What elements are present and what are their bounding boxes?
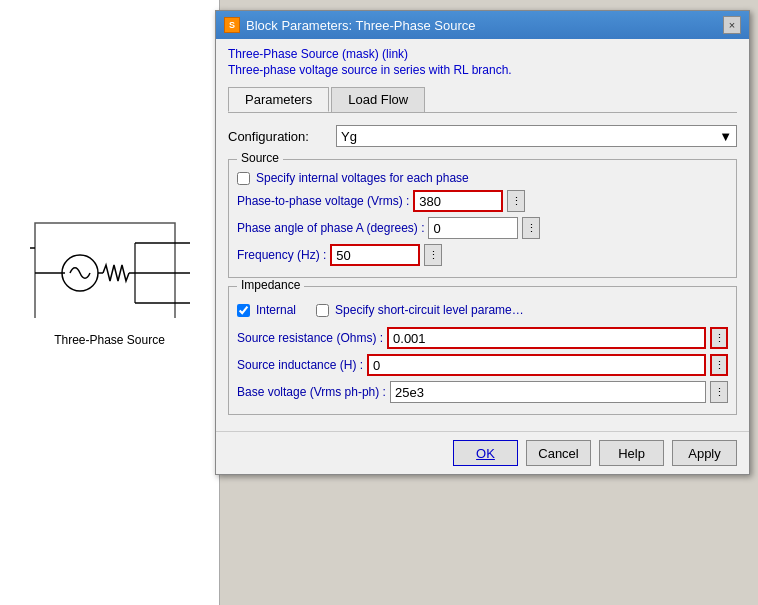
cancel-button[interactable]: Cancel bbox=[526, 440, 591, 466]
voltage-label: Phase-to-phase voltage (Vrms) : bbox=[237, 194, 409, 208]
config-label: Configuration: bbox=[228, 129, 328, 144]
frequency-row: Frequency (Hz) : ⋮ bbox=[237, 244, 728, 266]
voltage-dots-button[interactable]: ⋮ bbox=[507, 190, 525, 212]
block-parameters-dialog: S Block Parameters: Three-Phase Source ×… bbox=[215, 10, 750, 475]
tab-parameters[interactable]: Parameters bbox=[228, 87, 329, 112]
config-row: Configuration: Yg ▼ bbox=[228, 121, 737, 151]
frequency-dots-button[interactable]: ⋮ bbox=[424, 244, 442, 266]
dialog-titlebar: S Block Parameters: Three-Phase Source × bbox=[216, 11, 749, 39]
base-voltage-dots-button[interactable]: ⋮ bbox=[710, 381, 728, 403]
resistance-row: Source resistance (Ohms) : ⋮ bbox=[237, 327, 728, 349]
frequency-label: Frequency (Hz) : bbox=[237, 248, 326, 262]
apply-button[interactable]: Apply bbox=[672, 440, 737, 466]
specify-voltages-checkbox[interactable] bbox=[237, 172, 250, 185]
internal-label: Internal bbox=[256, 303, 296, 317]
close-button[interactable]: × bbox=[723, 16, 741, 34]
ok-button[interactable]: OK bbox=[453, 440, 518, 466]
voltage-input[interactable] bbox=[413, 190, 503, 212]
phase-angle-input[interactable] bbox=[428, 217, 518, 239]
simulink-canvas: A B C Three-Phase Source bbox=[0, 0, 220, 605]
config-value: Yg bbox=[341, 129, 357, 144]
dialog-icon: S bbox=[224, 17, 240, 33]
config-dropdown-arrow: ▼ bbox=[719, 129, 732, 144]
block-diagram-svg: A B C bbox=[30, 218, 190, 318]
voltage-row: Phase-to-phase voltage (Vrms) : ⋮ bbox=[237, 190, 728, 212]
dialog-title-area: S Block Parameters: Three-Phase Source bbox=[224, 17, 476, 33]
impedance-group-title: Impedance bbox=[237, 278, 304, 292]
short-circuit-check-container: Specify short-circuit level parame… bbox=[316, 303, 524, 317]
config-select[interactable]: Yg ▼ bbox=[336, 125, 737, 147]
inductance-row: Source inductance (H) : ⋮ bbox=[237, 354, 728, 376]
short-circuit-checkbox[interactable] bbox=[316, 304, 329, 317]
resistance-input[interactable] bbox=[387, 327, 706, 349]
internal-checkbox[interactable] bbox=[237, 304, 250, 317]
specify-voltages-row: Specify internal voltages for each phase bbox=[237, 171, 728, 185]
tabs-container: Parameters Load Flow bbox=[228, 87, 737, 113]
resistance-label: Source resistance (Ohms) : bbox=[237, 331, 383, 345]
dialog-body: Three-Phase Source (mask) (link) Three-p… bbox=[216, 39, 749, 431]
short-circuit-label: Specify short-circuit level parame… bbox=[335, 303, 524, 317]
resistance-dots-button[interactable]: ⋮ bbox=[710, 327, 728, 349]
subtitle2-text: Three-phase voltage source in series wit… bbox=[228, 63, 737, 77]
frequency-input[interactable] bbox=[330, 244, 420, 266]
source-group: Source Specify internal voltages for eac… bbox=[228, 159, 737, 278]
base-voltage-row: Base voltage (Vrms ph-ph) : ⋮ bbox=[237, 381, 728, 403]
phase-angle-label: Phase angle of phase A (degrees) : bbox=[237, 221, 424, 235]
impedance-checks-row: Internal Specify short-circuit level par… bbox=[237, 298, 728, 322]
phase-angle-dots-button[interactable]: ⋮ bbox=[522, 217, 540, 239]
base-voltage-input[interactable] bbox=[390, 381, 706, 403]
tab-loadflow[interactable]: Load Flow bbox=[331, 87, 425, 112]
internal-check-container: Internal bbox=[237, 303, 296, 317]
inductance-input[interactable] bbox=[367, 354, 706, 376]
source-group-title: Source bbox=[237, 151, 283, 165]
block-name-label: Three-Phase Source bbox=[54, 333, 165, 347]
dialog-footer: OK Cancel Help Apply bbox=[216, 431, 749, 474]
dialog-title-text: Block Parameters: Three-Phase Source bbox=[246, 18, 476, 33]
inductance-label: Source inductance (H) : bbox=[237, 358, 363, 372]
impedance-group: Impedance Internal Specify short-circuit… bbox=[228, 286, 737, 415]
phase-angle-row: Phase angle of phase A (degrees) : ⋮ bbox=[237, 217, 728, 239]
base-voltage-label: Base voltage (Vrms ph-ph) : bbox=[237, 385, 386, 399]
subtitle1-text: Three-Phase Source (mask) (link) bbox=[228, 47, 737, 61]
help-button[interactable]: Help bbox=[599, 440, 664, 466]
specify-voltages-label: Specify internal voltages for each phase bbox=[256, 171, 469, 185]
inductance-dots-button[interactable]: ⋮ bbox=[710, 354, 728, 376]
